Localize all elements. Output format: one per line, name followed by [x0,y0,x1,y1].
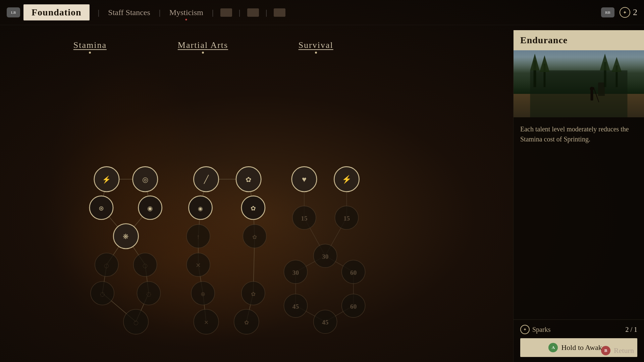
svg-point-83 [284,260,307,284]
svg-text:45: 45 [322,319,328,326]
svg-line-0 [101,179,107,208]
svg-point-57 [241,196,265,220]
martial-arts-label: Martial Arts [147,40,260,50]
svg-point-37 [139,196,162,220]
col-martial-arts: Martial Arts [147,40,260,54]
nav-bar: LB Foundation | Staff Stances | Mysticis… [0,0,644,25]
svg-line-12 [249,179,253,208]
svg-text:◌: ◌ [104,262,109,269]
svg-point-89 [342,294,365,317]
svg-point-73 [292,167,317,191]
svg-text:✿: ✿ [246,176,252,184]
tab-staff-stances[interactable]: Staff Stances [103,5,156,20]
svg-text:✕: ✕ [196,262,201,269]
svg-point-49 [123,309,148,334]
svg-line-16 [198,265,203,293]
svg-line-24 [325,218,347,256]
nav-icon-4[interactable] [220,8,232,17]
svg-text:╱: ╱ [204,175,209,184]
svg-text:15: 15 [301,215,307,222]
bottom-bar: B Return [601,346,634,355]
svg-line-25 [296,256,325,272]
survival-dot [315,52,317,54]
svg-point-67 [241,282,265,305]
nav-icon-6[interactable] [274,8,285,17]
svg-point-59 [186,225,210,248]
lb-button[interactable]: LB [7,7,20,17]
svg-point-69 [194,309,218,334]
nav-separator-1: | [98,8,100,17]
svg-text:◎: ◎ [142,176,148,184]
column-headers: Stamina Martial Arts Survival [34,40,372,54]
svg-text:45: 45 [292,303,299,310]
svg-line-30 [325,306,354,322]
svg-line-3 [101,208,126,236]
svg-text:✕: ✕ [204,319,209,326]
svg-point-79 [335,206,358,229]
svg-point-65 [191,282,215,305]
svg-text:30: 30 [292,269,299,276]
svg-point-51 [194,167,218,191]
svg-line-18 [203,293,206,322]
svg-line-14 [253,208,255,236]
svg-marker-99 [600,54,610,70]
svg-line-9 [102,293,136,322]
svg-text:✿: ✿ [252,234,257,240]
panel-title: Endurance [514,30,644,50]
svg-text:60: 60 [350,303,357,310]
sparks-icon-nav: ✦ [620,7,630,18]
svg-text:⚡: ⚡ [102,175,111,184]
svg-text:30: 30 [322,253,328,260]
svg-line-7 [102,265,107,293]
nav-separator-4: | [239,8,240,17]
svg-point-85 [342,260,365,284]
svg-text:◌: ◌ [143,262,148,269]
panel-image [514,50,644,117]
nav-icon-5[interactable] [247,8,259,17]
svg-line-13 [198,208,200,236]
svg-point-63 [186,253,210,277]
svg-text:◉: ◉ [198,205,203,212]
svg-line-5 [107,236,126,265]
a-button-icon: A [548,343,558,352]
sparks-row: ✦ Sparks 2 / 1 [520,325,637,334]
svg-text:15: 15 [343,215,350,222]
sparks-count-nav: ✦ 2 [620,7,637,18]
panel-footer: ✦ Sparks 2 / 1 A Hold to Awaken [514,319,644,362]
return-label: Return [614,346,634,355]
svg-text:✿: ✿ [251,291,256,297]
right-panel: Endurance [513,30,644,362]
svg-text:↑: ↑ [197,233,200,240]
stamina-dot [89,52,91,54]
svg-point-47 [137,282,160,305]
survival-label: Survival [259,40,372,50]
martial-arts-dot [202,52,204,54]
svg-line-4 [126,208,150,236]
svg-line-1 [145,179,150,208]
panel-description: Each talent level moderately reduces the… [514,117,644,319]
nav-separator-5: | [266,8,267,17]
tab-foundation[interactable]: Foundation [23,4,90,20]
svg-text:⚡: ⚡ [342,175,352,184]
svg-line-10 [136,293,149,322]
svg-text:⊕: ⊕ [201,291,205,297]
svg-text:60: 60 [350,269,357,276]
svg-point-55 [189,196,212,220]
svg-text:❋: ❋ [123,233,129,241]
svg-line-29 [296,306,325,322]
svg-point-41 [95,253,118,277]
svg-line-11 [201,179,206,208]
svg-text:✿: ✿ [244,319,249,326]
svg-point-81 [314,244,337,267]
tab-mysticism[interactable]: Mysticism [164,5,209,20]
svg-line-23 [304,218,325,256]
svg-point-31 [94,167,119,191]
col-stamina: Stamina [34,40,147,54]
svg-line-17 [253,236,255,293]
svg-point-61 [243,225,266,248]
rb-button[interactable]: RB [601,7,614,17]
svg-line-26 [325,256,354,272]
b-button[interactable]: B [601,346,610,355]
col-survival: Survival [259,40,372,54]
svg-text:♥: ♥ [302,175,307,184]
